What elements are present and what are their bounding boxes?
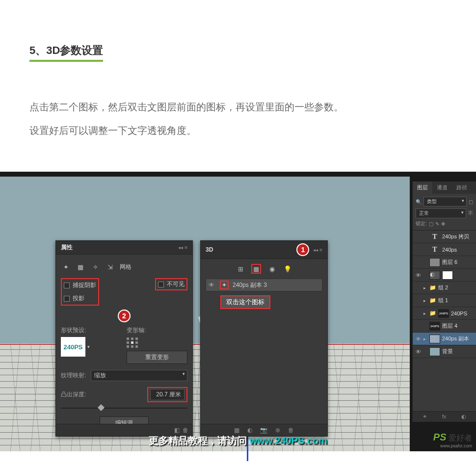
extrude-depth-input[interactable]: 20.7 厘米 xyxy=(150,389,185,400)
blend-mode-dropdown[interactable]: 正常 xyxy=(416,208,466,218)
folder-icon: 📁 xyxy=(429,297,436,304)
screenshot-area: S 属性 ◂◂ ≡ ✦ ▦ ✧ ⇲ 网格 捕捉阴影 投影 xyxy=(0,172,476,451)
lock-label: 锁定: xyxy=(416,220,427,227)
capture-shadow-label: 捕捉阴影 xyxy=(73,281,96,289)
3d-item-name: 240ps 副本 3 xyxy=(233,281,267,289)
layer-item[interactable]: ▸📁240PS240PS xyxy=(413,307,476,320)
3d-collapse-icon[interactable]: ◂◂ ≡ xyxy=(313,247,322,253)
texture-map-label: 纹理映射: xyxy=(61,371,86,380)
3d-footer: ▦ ◐ 📷 ⊕ 🗑 xyxy=(201,424,327,436)
layer-list[interactable]: T240ps 拷贝 T240ps 图层 6 👁◐ ▸📁组 2 ▸📁组 1 ▸📁2… xyxy=(413,231,476,358)
desc-line2: 设置好后可以调整一下文字透视角度。 xyxy=(29,119,447,142)
mask-icon[interactable]: ◐ xyxy=(461,414,466,420)
layer-item[interactable]: 240PS图层 4 xyxy=(413,320,476,333)
layers-panel[interactable]: 图层 通道 路径 🔍类型▢ 正常不 锁定:▢✎✥ T240ps 拷贝 T240p… xyxy=(412,181,476,422)
folder-icon: 📁 xyxy=(429,310,436,316)
filter-img-icon[interactable]: ▢ xyxy=(469,199,473,205)
properties-tab[interactable]: 属性 xyxy=(61,243,73,252)
bg-thumb xyxy=(429,347,440,356)
opacity-label: 不 xyxy=(468,210,473,217)
panel-collapse-icon[interactable]: ◂◂ ≡ xyxy=(178,245,187,250)
mask-thumb xyxy=(442,271,453,280)
coord-mode-icon[interactable]: ⇲ xyxy=(105,262,115,272)
extrude-depth-label: 凸出深度: xyxy=(61,390,86,399)
layers-footer: ⚭ fx ◐ xyxy=(413,411,476,422)
deform-axis-grid[interactable] xyxy=(127,337,187,348)
section-title: 5、3D参数设置 xyxy=(29,43,103,62)
visibility-icon[interactable]: 👁 xyxy=(207,282,216,288)
layer-item[interactable]: 👁◐ xyxy=(413,269,476,282)
mesh-item-icon[interactable]: ✦ xyxy=(220,281,229,289)
render-icon[interactable]: ◧ xyxy=(174,427,180,434)
mesh-mode-icon[interactable]: ✦ xyxy=(61,262,71,272)
lock-position-icon[interactable]: ✥ xyxy=(441,221,445,227)
filter-material-icon[interactable]: ◉ xyxy=(267,264,277,274)
3d-new-light-icon[interactable]: ◐ xyxy=(247,427,252,434)
3d-render-icon[interactable]: ▦ xyxy=(234,427,239,434)
shape-preset-label: 形状预设: xyxy=(61,326,122,335)
3d-camera-icon[interactable]: 📷 xyxy=(260,427,267,434)
3d-layer-thumb: ⬚ xyxy=(429,335,440,343)
filter-scene-icon[interactable]: ⊞ xyxy=(236,264,245,274)
filter-light-icon[interactable]: 💡 xyxy=(283,264,292,274)
properties-header[interactable]: 属性 ◂◂ ≡ xyxy=(56,241,192,255)
layer-item[interactable]: T240ps 拷贝 xyxy=(413,231,476,243)
cast-shadow-checkbox[interactable] xyxy=(64,296,70,302)
cast-shadow-label: 投影 xyxy=(73,294,84,303)
filter-mesh-icon[interactable]: ▦ xyxy=(251,264,261,274)
shape-preset-thumb[interactable]: 240PS xyxy=(61,337,85,357)
properties-panel[interactable]: 属性 ◂◂ ≡ ✦ ▦ ✧ ⇲ 网格 捕捉阴影 投影 不可见 xyxy=(55,240,193,437)
tab-paths[interactable]: 路径 xyxy=(452,181,472,194)
callout-2: 2 xyxy=(118,310,131,322)
layer-item[interactable]: ▸📁组 2 xyxy=(413,282,476,294)
folder-icon: 📁 xyxy=(429,285,436,291)
3d-panel[interactable]: 3D 1 ◂◂ ≡ ⊞ ▦ ◉ 💡 👁 ✦ 240ps 副本 3 xyxy=(200,240,328,437)
mesh-label: 网格 xyxy=(120,263,132,271)
layer-kind-filter[interactable]: 类型 xyxy=(423,197,467,207)
text-layer-icon: T xyxy=(429,246,440,254)
lock-brush-icon[interactable]: ✎ xyxy=(435,221,439,227)
layer-item-active[interactable]: 👁▸⬚240ps 副本 xyxy=(413,333,476,345)
property-mode-row: ✦ ▦ ✧ ⇲ 网格 xyxy=(61,259,187,274)
layer-thumb xyxy=(429,258,440,267)
capture-shadow-checkbox[interactable] xyxy=(64,283,70,288)
tab-channels[interactable]: 通道 xyxy=(432,181,452,194)
layer-item[interactable]: 👁背景 xyxy=(413,345,476,358)
adj-thumb: ◐ xyxy=(429,271,440,280)
extrude-depth-slider[interactable] xyxy=(61,405,187,412)
desc-line1: 点击第二个图标，然后双击文图层前面的图标，再设置里面的一些参数。 xyxy=(29,95,447,119)
3d-add-icon[interactable]: ⊕ xyxy=(275,427,280,434)
tooltip-dblclick: 双击这个图标 xyxy=(220,295,270,309)
layer-item[interactable]: ▸📁组 1 xyxy=(413,294,476,307)
3d-list-row[interactable]: 👁 ✦ 240ps 副本 3 xyxy=(206,279,322,291)
3d-header[interactable]: 3D 1 ◂◂ ≡ xyxy=(201,241,327,259)
props-footer: ◧ 🗑 xyxy=(56,424,192,436)
canvas-area[interactable]: S 属性 ◂◂ ≡ ✦ ▦ ✧ ⇲ 网格 捕捉阴影 投影 xyxy=(0,177,410,451)
invisible-label: 不可见 xyxy=(167,280,185,288)
description: 点击第二个图标，然后双击文图层前面的图标，再设置里面的一些参数。 设置好后可以调… xyxy=(29,95,447,142)
depth-highlight: 20.7 厘米 xyxy=(147,387,187,402)
callout-1: 1 xyxy=(296,243,309,256)
link-icon[interactable]: ⚭ xyxy=(423,414,427,420)
tab-layers[interactable]: 图层 xyxy=(413,181,432,194)
cap-mode-icon[interactable]: ✧ xyxy=(90,262,100,272)
invisible-checkbox[interactable] xyxy=(158,282,164,287)
layer-item[interactable]: 图层 6 xyxy=(413,256,476,269)
3d-tab[interactable]: 3D xyxy=(206,246,213,253)
fx-icon[interactable]: fx xyxy=(442,414,447,420)
layer-thumb: 240PS xyxy=(429,322,440,331)
preset-dropdown-icon[interactable]: ▾ xyxy=(87,344,90,349)
layers-tabs: 图层 通道 路径 xyxy=(413,181,476,194)
deform-axis-label: 变形轴: xyxy=(127,326,187,335)
texture-map-dropdown[interactable]: 缩放 xyxy=(91,370,187,381)
3d-trash-icon[interactable]: 🗑 xyxy=(288,427,294,434)
shadow-highlight: 捕捉阴影 投影 xyxy=(61,278,99,306)
reset-deform-button[interactable]: 重置变形 xyxy=(127,351,187,364)
lock-pixels-icon[interactable]: ▢ xyxy=(429,221,433,227)
text-layer-icon: T xyxy=(429,233,440,241)
invisible-highlight: 不可见 xyxy=(155,278,187,290)
layer-item[interactable]: T240ps xyxy=(413,243,476,256)
deform-mode-icon[interactable]: ▦ xyxy=(76,262,85,272)
watermark: PS 爱好者 www.psahz.com xyxy=(433,432,472,448)
trash-icon[interactable]: 🗑 xyxy=(183,427,188,434)
